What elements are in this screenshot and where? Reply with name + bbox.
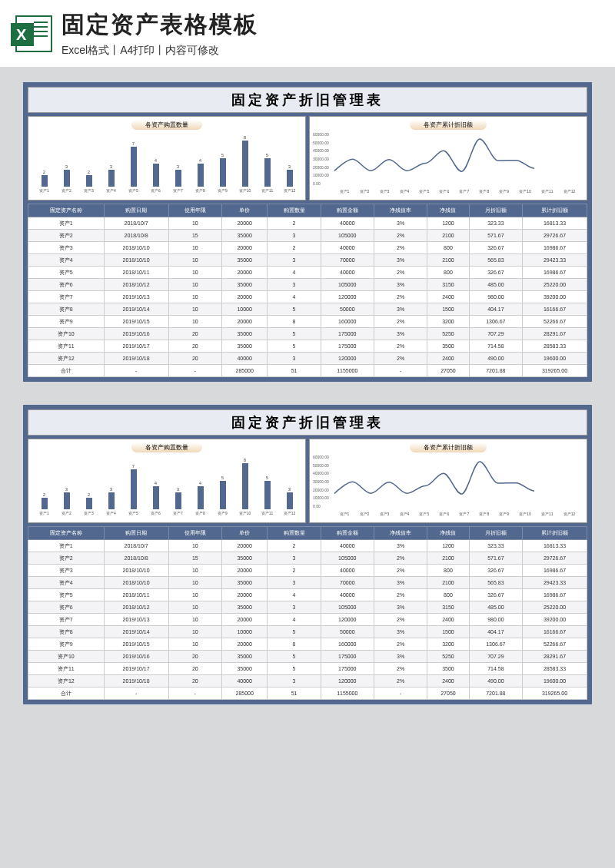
cell: 2018/10/8 [104, 552, 168, 565]
cell: 2400 [427, 675, 470, 687]
table-row: 资产12018/10/710200002400003%1200323.33168… [28, 217, 587, 230]
cell: 2% [374, 552, 427, 565]
col-header: 购置数量 [268, 527, 321, 540]
bar-chart-box: 各资产购置数量 2资产13资产22资产33资产47资产54资产63资产74资产8… [28, 116, 306, 200]
cell: 2100 [427, 230, 470, 242]
bar-item: 3资产2 [55, 487, 78, 516]
cell: 160000 [321, 638, 374, 651]
cell: 565.83 [469, 577, 522, 589]
table-row: 资产22018/10/8153500031050002%2100571.6729… [28, 552, 587, 565]
cell: 2018/10/10 [104, 242, 168, 254]
cell: 资产6 [28, 601, 105, 614]
cell: 2400 [427, 291, 470, 303]
table-row: 资产12018/10/710200002400003%1200323.33168… [28, 540, 587, 552]
x-tick: 资产5 [419, 512, 429, 516]
cell: 10 [168, 267, 221, 279]
chart1-title: 各资产购置数量 [131, 442, 202, 452]
bar [64, 170, 70, 187]
cell: 800 [427, 242, 470, 254]
col-header: 净残值率 [374, 204, 427, 217]
bar-item: 3资产12 [278, 164, 301, 194]
data-table: 固定资产名称购置日期使用年限单价购置数量购置金额净残值率净残值月折旧额累计折旧额… [28, 204, 587, 377]
x-tick: 资产2 [360, 189, 370, 194]
cell: 5 [268, 626, 321, 638]
cell: 35000 [221, 254, 268, 267]
cell: 1200 [427, 217, 470, 230]
cell: 326.67 [469, 242, 522, 254]
bar-item: 4资产8 [189, 481, 211, 515]
bar-label: 资产10 [239, 188, 251, 193]
cell: 285000 [221, 687, 268, 700]
cell: 50000 [321, 303, 374, 316]
cell: 707.29 [469, 651, 522, 663]
table-row: 资产92019/10/15102000081600002%32001306.67… [28, 316, 587, 328]
bar-value: 3 [177, 487, 179, 492]
cell: 35000 [221, 651, 268, 663]
cell: 20 [168, 663, 221, 675]
cell: 2 [268, 565, 321, 577]
bar-label: 资产11 [261, 188, 274, 193]
cell: 20 [168, 675, 221, 687]
bar-value: 7 [132, 464, 135, 469]
cell: 合计 [28, 687, 105, 700]
x-tick: 资产6 [439, 512, 449, 516]
bar-item: 3资产4 [100, 487, 122, 516]
bar-label: 资产4 [106, 188, 116, 193]
cell: 27050 [427, 687, 470, 700]
cell: 资产11 [28, 340, 105, 353]
cell: 资产12 [28, 353, 105, 365]
cell: 5 [268, 340, 321, 353]
cell: 3500 [427, 663, 470, 675]
cell: 10 [168, 601, 221, 614]
cell: 105000 [321, 230, 374, 242]
x-tick: 资产4 [400, 189, 410, 194]
bar-label: 资产9 [218, 188, 228, 193]
col-header: 购置金额 [321, 204, 374, 217]
cell: 39200.00 [522, 614, 587, 626]
cell: 175000 [321, 651, 374, 663]
bar-item: 5资产11 [256, 153, 278, 194]
cell: 3200 [427, 638, 470, 651]
cell: 35000 [221, 340, 268, 353]
cell: 20000 [221, 638, 268, 651]
bar-value: 5 [221, 153, 224, 157]
cell: 15 [168, 552, 221, 565]
bar [175, 492, 181, 510]
cell: 资产5 [28, 589, 105, 601]
cell: 319265.00 [522, 365, 587, 377]
bar-label: 资产6 [151, 511, 161, 515]
bar [198, 164, 204, 187]
bar [220, 481, 226, 510]
cell: 3% [374, 577, 427, 589]
cell: 40000 [321, 217, 374, 230]
cell: 资产4 [28, 254, 105, 267]
cell: 资产4 [28, 577, 105, 589]
bar-label: 资产6 [151, 188, 161, 193]
cell: 35000 [221, 328, 268, 340]
cell: 571.67 [469, 230, 522, 242]
bar [153, 164, 159, 187]
cell: 资产9 [28, 316, 105, 328]
cell: 4 [268, 267, 321, 279]
bar-value: 4 [155, 481, 157, 485]
cell: 20000 [221, 589, 268, 601]
cell: 2100 [427, 552, 470, 565]
cell: 40000 [321, 565, 374, 577]
cell: 资产1 [28, 540, 105, 552]
cell: 2019/10/16 [104, 651, 168, 663]
bar-label: 资产2 [62, 511, 71, 515]
cell: 35000 [221, 230, 268, 242]
cell: 7201.88 [469, 687, 522, 700]
table-row: 资产42018/10/1010350003700003%2100565.8329… [28, 577, 587, 589]
cell: 35000 [221, 552, 268, 565]
bar [64, 492, 70, 510]
cell: 2019/10/14 [104, 303, 168, 316]
bar-chart-box: 各资产购置数量 2资产13资产22资产33资产47资产54资产63资产74资产8… [28, 439, 306, 523]
cell: 3200 [427, 316, 470, 328]
cell: 20000 [221, 316, 268, 328]
x-tick: 资产3 [380, 189, 390, 194]
cell: 714.58 [469, 663, 522, 675]
cell: 40000 [321, 589, 374, 601]
y-tick: 50000.00 [313, 463, 329, 468]
cell: 16166.67 [522, 626, 587, 638]
